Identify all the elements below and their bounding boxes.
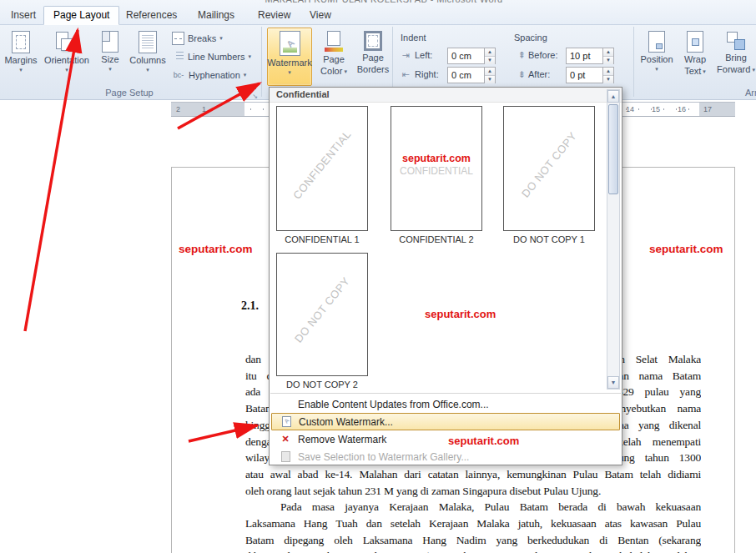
- tab-page-layout[interactable]: Page Layout: [43, 6, 119, 25]
- tab-review[interactable]: Review: [249, 7, 300, 24]
- spinner-up-icon: ▲: [603, 68, 613, 75]
- arrange-group-label: Arrange: [745, 88, 756, 98]
- indent-left-value: 0 cm: [451, 51, 471, 61]
- chevron-down-icon: ▾: [344, 68, 347, 74]
- spinner[interactable]: ▲▼: [484, 48, 495, 63]
- watermark-gallery-dropdown: Confidential CONFIDENTIAL seputarit.com …: [269, 87, 622, 465]
- document-text-line: Pada masa jayanya Kerajaan Malaka, Pulau…: [245, 499, 701, 515]
- gallery-item-label: CONFIDENTIAL 2: [390, 234, 483, 244]
- tab-references[interactable]: References: [117, 7, 186, 24]
- spinner-down-icon: ▼: [603, 75, 613, 83]
- scrollbar-down-icon[interactable]: ▼: [607, 376, 619, 389]
- bring-forward-label-2: Forward: [717, 64, 750, 74]
- spinner[interactable]: ▲▼: [602, 68, 613, 83]
- hyphenation-icon: bc-: [172, 68, 185, 82]
- ruler-left-margin[interactable]: [171, 102, 244, 117]
- spacing-after-field[interactable]: 0 pt ▲▼: [566, 67, 614, 83]
- hyphenation-button[interactable]: bc- Hyphenation ▾: [172, 67, 246, 83]
- scrollbar-up-icon[interactable]: ▲: [607, 90, 619, 103]
- indent-right-field[interactable]: 0 cm ▲▼: [447, 67, 496, 83]
- document-text-line: Laksamana Hang Tuah dan setelah Kerajaan…: [245, 515, 701, 532]
- ruler-number: 14: [626, 105, 634, 113]
- tab-mailings[interactable]: Mailings: [189, 7, 244, 24]
- chevron-down-icon: ▾: [248, 53, 251, 59]
- document-text-line: dibaca dengan bunyi Pulau Bintan). Ketik…: [245, 548, 701, 553]
- watermark-icon: A: [280, 31, 300, 56]
- watermark-gallery-item-do-not-copy-2[interactable]: DO NOT COPY: [276, 253, 368, 376]
- scrollbar-thumb[interactable]: [608, 104, 618, 194]
- spacing-before-field[interactable]: 10 pt ▲▼: [566, 48, 614, 64]
- spacing-before-label: Before:: [528, 50, 557, 60]
- columns-icon: [139, 31, 157, 53]
- watermark-preview-text: DO NOT COPY: [276, 254, 368, 366]
- tab-view[interactable]: View: [300, 7, 340, 24]
- watermark-gallery-item-do-not-copy-1[interactable]: DO NOT COPY: [503, 106, 595, 231]
- gallery-item-label: CONFIDENTIAL 1: [275, 234, 369, 244]
- wrap-text-label-1: Wrap: [684, 54, 706, 64]
- menu-item-save-selection-watermark-gallery: Save Selection to Watermark Gallery...: [271, 448, 620, 465]
- margins-button[interactable]: Margins ▾: [2, 28, 40, 86]
- margins-label: Margins: [4, 55, 37, 65]
- position-label: Position: [640, 54, 673, 64]
- spacing-after-label: After:: [528, 69, 550, 79]
- spacing-after-icon: ⇟: [516, 69, 527, 80]
- indent-left-label: Left:: [415, 50, 432, 60]
- spacing-before-value: 10 pt: [570, 51, 590, 61]
- chevron-down-icon: ▾: [655, 66, 658, 72]
- spinner[interactable]: ▲▼: [602, 48, 613, 63]
- line-numbers-button[interactable]: Line Numbers ▾: [172, 48, 251, 64]
- orientation-button[interactable]: Orientation ▾: [42, 28, 92, 86]
- dialog-launcher-icon[interactable]: ↘: [247, 88, 256, 98]
- breaks-button[interactable]: Breaks ▾: [172, 30, 223, 46]
- spinner-up-icon: ▲: [485, 68, 495, 75]
- chevron-down-icon: ▾: [146, 67, 149, 73]
- page-borders-label-1: Page: [362, 53, 384, 63]
- watermark-text-left: seputarit.com: [179, 243, 253, 255]
- chevron-down-icon: ▾: [752, 67, 755, 73]
- indent-right-label: Right:: [415, 69, 439, 79]
- bring-forward-button[interactable]: Bring Forward▾: [716, 28, 756, 86]
- spinner[interactable]: ▲▼: [484, 68, 495, 83]
- breaks-label: Breaks: [188, 33, 216, 43]
- columns-button[interactable]: Columns ▾: [127, 28, 169, 86]
- orientation-label: Orientation: [44, 55, 89, 65]
- indent-header: Indent: [401, 33, 426, 43]
- ruler-number: 17: [703, 105, 712, 113]
- position-button[interactable]: Position ▾: [638, 28, 676, 86]
- page-borders-button[interactable]: Page Borders: [354, 28, 392, 86]
- menu-separator: [270, 393, 621, 394]
- page-borders-label-2: Borders: [357, 64, 390, 74]
- gallery-item-label: DO NOT COPY 1: [502, 234, 596, 244]
- page-color-button[interactable]: Page Color▾: [315, 28, 352, 86]
- menu-item-custom-watermark[interactable]: A Custom Watermark...: [271, 413, 620, 430]
- chevron-down-icon: ▾: [219, 35, 223, 41]
- group-separator: [633, 27, 634, 97]
- spacing-header: Spacing: [514, 33, 547, 43]
- wrap-text-button[interactable]: Wrap Text▾: [678, 28, 713, 86]
- group-separator: [261, 27, 262, 97]
- window-title-text: MAKALAH KUMPULAN KOLEKSI AB - Microsoft …: [209, 0, 559, 4]
- tab-insert[interactable]: Insert: [2, 7, 45, 24]
- watermark-text-gallery: seputarit.com: [425, 308, 496, 320]
- spacing-before-icon: ⇞: [516, 50, 527, 61]
- watermark-preview-text: CONFIDENTIAL: [276, 109, 368, 221]
- empty-icon-gutter: [280, 399, 291, 410]
- menu-item-enable-content-updates[interactable]: Enable Content Updates from Office.com..…: [271, 395, 620, 413]
- size-button[interactable]: Size ▾: [94, 28, 126, 86]
- ruler-number: 15: [652, 105, 660, 113]
- gallery-section-header: Confidential: [270, 88, 622, 103]
- page-color-icon: [324, 31, 344, 53]
- watermark-gallery-item-confidential-2[interactable]: seputarit.com CONFIDENTIAL: [391, 106, 482, 231]
- watermark-text-menu: seputarit.com: [448, 435, 519, 447]
- menu-item-remove-watermark[interactable]: ✕ Remove Watermark: [271, 430, 620, 448]
- gallery-scrollbar[interactable]: ▲ ▼: [607, 89, 620, 390]
- ruler-number: 16: [678, 105, 686, 113]
- watermark-button[interactable]: A Watermark ▾: [267, 28, 312, 86]
- line-numbers-label: Line Numbers: [188, 52, 244, 62]
- save-gallery-icon: [280, 451, 291, 463]
- watermark-gallery-item-confidential-1[interactable]: CONFIDENTIAL: [276, 106, 368, 231]
- indent-left-field[interactable]: 0 cm ▲▼: [447, 48, 496, 64]
- chevron-down-icon: ▾: [19, 67, 23, 73]
- margins-icon: [12, 31, 30, 53]
- section-heading: 2.1.: [241, 299, 259, 313]
